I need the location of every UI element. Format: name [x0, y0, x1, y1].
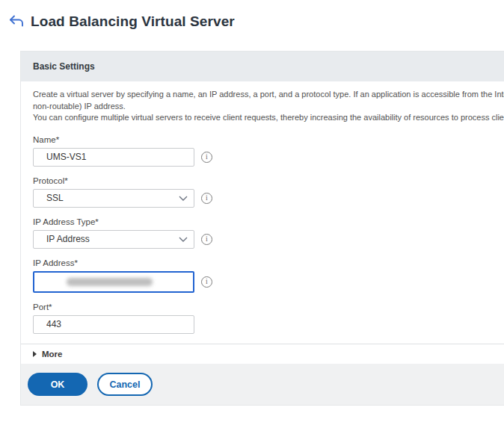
more-expander[interactable]: More [21, 344, 504, 364]
port-input[interactable] [33, 315, 194, 334]
cancel-button[interactable]: Cancel [97, 373, 153, 396]
back-arrow-icon[interactable] [7, 13, 25, 30]
info-icon[interactable]: i [201, 193, 212, 204]
page-header: Load Balancing Virtual Server [7, 13, 235, 30]
ip-address-input[interactable] [33, 271, 194, 293]
panel-description: Create a virtual server by specifying a … [33, 89, 504, 124]
protocol-select[interactable]: SSL [33, 189, 194, 208]
info-icon[interactable]: i [201, 152, 212, 163]
name-label: Name* [33, 134, 504, 145]
info-icon[interactable]: i [201, 234, 212, 245]
panel-title: Basic Settings [33, 61, 95, 72]
page-title: Load Balancing Virtual Server [31, 13, 235, 30]
more-label: More [42, 350, 62, 359]
chevron-down-icon [179, 237, 188, 242]
port-label: Port* [33, 302, 504, 312]
panel-footer: OK Cancel [21, 364, 504, 405]
panel-body: Create a virtual server by specifying a … [21, 81, 504, 344]
field-ip-address: IP Address* i [33, 258, 504, 293]
description-line: non-routable) IP address. [33, 101, 504, 113]
ip-address-type-select[interactable]: IP Address [33, 230, 194, 249]
ip-address-type-label: IP Address Type* [33, 217, 504, 227]
field-port: Port* [33, 302, 504, 334]
description-line: Create a virtual server by specifying a … [33, 89, 504, 101]
ip-address-label: IP Address* [33, 258, 504, 268]
description-line: You can configure multiple virtual serve… [33, 112, 504, 124]
field-protocol: Protocol* SSL i [33, 176, 504, 208]
field-ip-address-type: IP Address Type* IP Address i [33, 217, 504, 249]
protocol-selected-value: SSL [46, 193, 64, 203]
triangle-right-icon [33, 351, 37, 357]
ip-address-type-selected-value: IP Address [46, 234, 90, 244]
panel-header: Basic Settings [21, 52, 504, 81]
basic-settings-panel: Basic Settings Create a virtual server b… [20, 51, 504, 406]
field-name: Name* i [33, 134, 504, 167]
name-input[interactable] [33, 148, 194, 167]
chevron-down-icon [179, 196, 188, 201]
protocol-label: Protocol* [33, 176, 504, 186]
info-icon[interactable]: i [201, 276, 212, 288]
ok-button[interactable]: OK [28, 373, 87, 396]
